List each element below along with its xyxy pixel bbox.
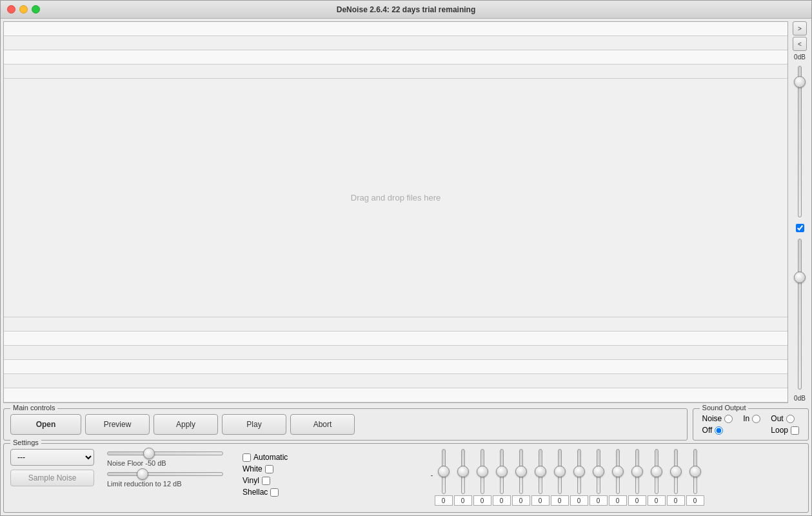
track-row <box>4 346 787 360</box>
checkbox-container <box>796 224 804 232</box>
track-row <box>4 374 787 388</box>
eq-value-13[interactable] <box>667 495 685 506</box>
eq-thumb[interactable] <box>496 466 508 477</box>
settings-left: --- Sample Noise <box>10 449 101 486</box>
eq-track <box>674 449 678 494</box>
noise-label: Noise <box>702 414 722 423</box>
top-volume-slider[interactable] <box>798 63 802 220</box>
eq-thumb[interactable] <box>535 466 546 477</box>
settings-checkboxes: Automatic White Vinyl Shellac <box>243 449 326 497</box>
right-checkbox[interactable] <box>796 224 804 232</box>
close-button[interactable] <box>7 5 15 14</box>
off-label: Off <box>702 426 713 435</box>
eq-thumb[interactable] <box>593 466 604 477</box>
eq-value-3[interactable] <box>473 495 491 506</box>
eq-area: - <box>333 449 802 506</box>
maximize-button[interactable] <box>32 5 40 14</box>
eq-band-6 <box>531 449 550 506</box>
eq-band-12 <box>648 449 666 506</box>
slider-thumb[interactable] <box>794 76 806 88</box>
eq-thumb[interactable] <box>631 466 643 477</box>
drop-zone[interactable]: Drag and drop files here <box>4 79 787 317</box>
eq-value-1[interactable] <box>435 495 453 506</box>
sound-output-label: Sound Output <box>700 404 749 412</box>
minimize-button[interactable] <box>19 5 28 14</box>
sample-noise-button[interactable]: Sample Noise <box>10 470 94 486</box>
eq-value-10[interactable] <box>609 495 627 506</box>
eq-track <box>442 449 446 494</box>
eq-band-10 <box>609 449 627 506</box>
out-label: Out <box>771 414 783 423</box>
track-row <box>4 50 787 64</box>
eq-value-7[interactable] <box>551 495 569 506</box>
eq-track <box>539 449 542 494</box>
automatic-checkbox[interactable] <box>243 453 251 462</box>
open-button[interactable]: Open <box>10 414 81 435</box>
noise-floor-slider-row: Noise Floor -50 dB <box>107 449 236 467</box>
track-row <box>4 36 787 50</box>
slider-track <box>798 239 802 390</box>
eq-band-11 <box>628 449 646 506</box>
limit-reduction-label: Limit reduction to 12 dB <box>107 480 236 488</box>
apply-button[interactable]: Apply <box>153 414 218 435</box>
eq-value-12[interactable] <box>648 495 666 506</box>
eq-value-2[interactable] <box>454 495 472 506</box>
preview-button[interactable]: Preview <box>85 414 150 435</box>
eq-thumb[interactable] <box>612 466 624 477</box>
back-nav-button[interactable]: < <box>793 37 807 51</box>
noise-floor-thumb[interactable] <box>143 448 155 459</box>
abort-button[interactable]: Abort <box>290 414 355 435</box>
off-radio[interactable] <box>715 426 723 435</box>
eq-thumb[interactable] <box>670 466 682 477</box>
bottom-volume-slider[interactable] <box>798 236 802 393</box>
eq-value-9[interactable] <box>589 495 608 506</box>
track-row <box>4 360 787 374</box>
eq-track <box>558 449 562 494</box>
eq-band-2 <box>454 449 472 506</box>
eq-track <box>616 449 620 494</box>
right-sidebar: > < 0dB 0dB <box>788 19 811 406</box>
eq-thumb[interactable] <box>515 466 527 477</box>
eq-thumb[interactable] <box>438 466 450 477</box>
in-radio[interactable] <box>752 415 760 423</box>
eq-thumb[interactable] <box>477 466 488 477</box>
eq-thumb[interactable] <box>573 466 585 477</box>
preset-select[interactable]: --- <box>10 449 94 466</box>
slider-thumb[interactable] <box>794 272 806 283</box>
off-radio-row: Off <box>702 426 733 435</box>
forward-nav-button[interactable]: > <box>793 21 807 35</box>
eq-value-4[interactable] <box>493 495 511 506</box>
track-row <box>4 332 787 346</box>
settings-label: Settings <box>10 439 41 446</box>
white-checkbox[interactable] <box>265 465 273 473</box>
eq-track <box>693 449 697 494</box>
eq-value-6[interactable] <box>531 495 550 506</box>
automatic-label: Automatic <box>253 453 288 462</box>
eq-track <box>461 449 465 494</box>
noise-radio[interactable] <box>724 415 733 423</box>
eq-thumb[interactable] <box>689 466 701 477</box>
loop-checkbox[interactable] <box>791 426 799 435</box>
eq-thumb[interactable] <box>457 466 469 477</box>
eq-band-5 <box>512 449 530 506</box>
out-radio[interactable] <box>786 415 795 423</box>
eq-value-5[interactable] <box>512 495 530 506</box>
loop-checkbox-row: Loop <box>771 426 799 435</box>
vinyl-checkbox[interactable] <box>262 477 270 485</box>
play-button[interactable]: Play <box>222 414 286 435</box>
shellac-checkbox[interactable] <box>270 488 279 497</box>
limit-reduction-thumb[interactable] <box>137 468 148 480</box>
eq-track <box>480 449 484 494</box>
eq-value-8[interactable] <box>570 495 588 506</box>
window-controls <box>7 5 40 14</box>
white-label: White <box>243 464 262 473</box>
eq-thumb[interactable] <box>554 466 566 477</box>
track-row <box>4 388 787 402</box>
eq-track <box>500 449 504 494</box>
eq-value-14[interactable] <box>686 495 704 506</box>
shellac-row: Shellac <box>243 488 326 497</box>
eq-thumb[interactable] <box>651 466 662 477</box>
settings-sliders: Noise Floor -50 dB Limit reduction to 12… <box>107 449 236 488</box>
eq-value-11[interactable] <box>628 495 646 506</box>
shellac-label: Shellac <box>243 488 268 497</box>
